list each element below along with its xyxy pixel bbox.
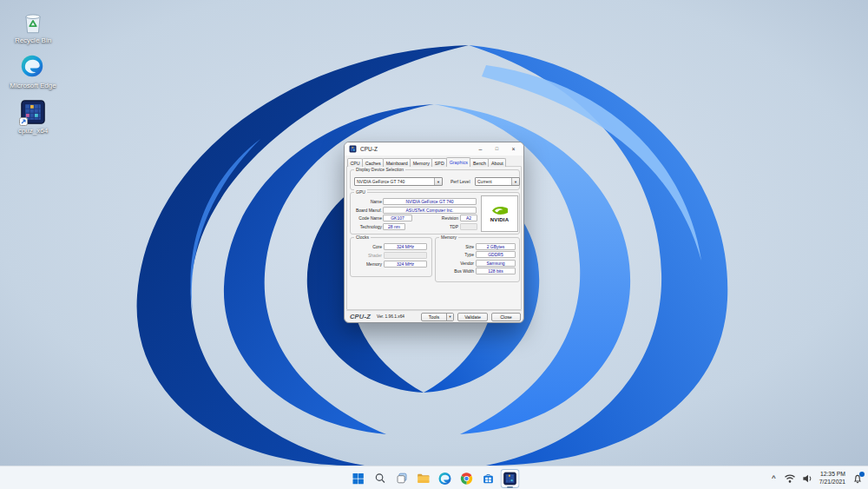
clocks-core-label: Core [351, 243, 382, 250]
desktop-icon-list: Recycle Bin Microsoft Edge [5, 9, 61, 135]
memory-size-value: 2 GBytes [476, 243, 516, 250]
clock[interactable]: 12:35 PM 7/21/2021 [819, 471, 845, 486]
tab-spd[interactable]: SPD [431, 158, 447, 167]
edge-icon [20, 54, 46, 80]
graphics-tab-page: Display Device Selection NVIDIA GeForce … [346, 166, 522, 310]
memory-vendor-label: Vendor [436, 260, 474, 267]
clocks-memory-value: 324 MHz [384, 261, 427, 268]
gpu-codename-value: GK107 [383, 215, 412, 221]
gpu-tdp-value [460, 223, 477, 230]
gpu-technology-label: Technology [351, 223, 382, 230]
tab-about[interactable]: About [488, 158, 506, 167]
group-label: Memory [439, 235, 458, 241]
clocks-shader-value [384, 252, 427, 259]
cpuz-window: CPU-Z – □ × CPU Caches Mainboard Memory … [344, 142, 524, 323]
tab-bar: CPU Caches Mainboard Memory SPD Graphics… [347, 157, 505, 167]
file-explorer-button[interactable] [414, 469, 433, 488]
maximize-button[interactable]: □ [489, 142, 505, 155]
group-label: Display Device Selection [354, 167, 405, 173]
memory-buswidth-value: 128 bits [476, 268, 516, 274]
desktop-icon-label: Microsoft Edge [10, 82, 56, 89]
shortcut-arrow-icon [19, 117, 28, 126]
gpu-name-value: NVIDIA GeForce GT 740 [383, 198, 477, 205]
memory-size-label: Size [436, 243, 474, 250]
gpu-revision-label: Revision [427, 215, 458, 221]
memory-vendor-value: Samsung [476, 260, 516, 267]
perf-level-label: Perf Level [450, 178, 470, 185]
display-device-select[interactable]: NVIDIA GeForce GT 740 ▼ [354, 177, 443, 186]
edge-icon [438, 472, 452, 486]
cpuz-app-icon [349, 145, 357, 153]
tray-date: 7/21/2021 [819, 479, 845, 486]
system-tray: ^ 12:35 PM 7/21/2021 [770, 466, 864, 489]
edge-button[interactable] [436, 469, 455, 488]
memory-buswidth-label: Bus Width [436, 268, 474, 274]
search-button[interactable] [371, 469, 390, 488]
clocks-core-value: 324 MHz [384, 243, 427, 250]
search-icon [373, 472, 386, 485]
cpuz-chip-icon [503, 472, 517, 486]
minimize-button[interactable]: – [472, 142, 489, 155]
version-text: Ver. 1.96.1.x64 [377, 314, 404, 319]
clocks-shader-label: Shader [351, 252, 382, 259]
cpuz-taskbar-button[interactable] [501, 469, 520, 488]
tab-mainboard[interactable]: Mainboard [383, 158, 411, 167]
group-label: Clocks [354, 235, 371, 241]
group-label: GPU [354, 189, 367, 195]
chevron-down-icon: ▼ [511, 178, 519, 185]
tab-caches[interactable]: Caches [362, 158, 384, 167]
desktop-icon-label: Recycle Bin [15, 36, 51, 44]
memory-type-label: Type [436, 251, 474, 258]
hidden-icons-chevron[interactable]: ^ [770, 475, 778, 482]
desktop-icon-recycle-bin[interactable]: Recycle Bin [5, 9, 61, 44]
perf-level-select[interactable]: Current ▼ [475, 177, 520, 186]
validate-button[interactable]: Validate [457, 313, 488, 321]
titlebar[interactable]: CPU-Z – □ × [345, 142, 523, 155]
store-icon [482, 472, 496, 486]
taskbar: ^ 12:35 PM 7/21/2021 [0, 466, 868, 489]
gpu-board-value: ASUSTeK Computer Inc. [383, 207, 477, 214]
desktop-icon-label: cpuz_x64 [18, 127, 48, 135]
store-button[interactable] [479, 469, 498, 488]
tray-time: 12:35 PM [820, 471, 845, 479]
gpu-tdp-label: TDP [427, 223, 458, 230]
close-window-button[interactable]: Close [491, 313, 521, 321]
tab-cpu[interactable]: CPU [347, 158, 363, 167]
active-app-indicator [507, 486, 513, 488]
nvidia-logo-text: NVIDIA [490, 217, 510, 222]
gpu-codename-label: Code Name [351, 215, 382, 221]
window-controls: – □ × [472, 142, 522, 155]
perf-level-value: Current [476, 178, 511, 185]
task-view-icon [395, 472, 408, 485]
tools-button[interactable]: Tools ▼ [421, 313, 454, 321]
volume-icon[interactable] [802, 473, 813, 484]
file-explorer-icon [417, 472, 431, 486]
tab-memory[interactable]: Memory [410, 158, 432, 167]
memory-type-value: GDDR5 [476, 251, 516, 258]
wifi-icon[interactable] [784, 473, 796, 484]
desktop-icon-edge[interactable]: Microsoft Edge [5, 54, 61, 89]
clocks-memory-label: Memory [351, 261, 382, 268]
gpu-name-label: Name [351, 198, 382, 205]
gpu-revision-value: A2 [460, 215, 477, 221]
close-button[interactable]: × [505, 142, 522, 155]
recycle-bin-icon [20, 9, 46, 35]
windows-logo-icon [352, 472, 365, 486]
desktop-icon-cpuz[interactable]: cpuz_x64 [5, 99, 61, 135]
screen: Recycle Bin Microsoft Edge [0, 0, 868, 489]
task-view-button[interactable] [392, 469, 411, 488]
gpu-technology-value: 28 nm [383, 223, 405, 230]
notification-badge [859, 472, 865, 477]
chrome-button[interactable] [457, 469, 477, 488]
start-button[interactable] [349, 469, 368, 488]
notification-center-button[interactable] [852, 472, 864, 485]
nvidia-eye-icon [490, 205, 510, 216]
window-footer: CPU-Z Ver. 1.96.1.x64 Tools ▼ Validate C… [346, 310, 522, 321]
window-title: CPU-Z [360, 146, 378, 152]
display-device-value: NVIDIA GeForce GT 740 [355, 178, 434, 185]
tab-bench[interactable]: Bench [470, 158, 489, 167]
chevron-down-icon: ▼ [434, 178, 442, 185]
chrome-icon [460, 472, 474, 486]
chevron-down-icon[interactable]: ▼ [446, 314, 453, 320]
tab-graphics[interactable]: Graphics [446, 157, 470, 167]
